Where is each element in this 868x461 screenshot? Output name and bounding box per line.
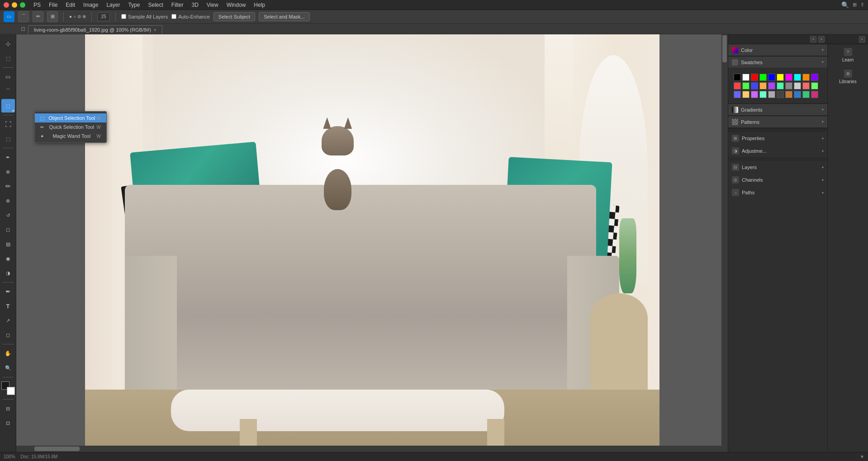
tool-crop[interactable]: ⛶ bbox=[1, 118, 15, 131]
maximize-button[interactable] bbox=[20, 2, 25, 8]
select-and-mask-button[interactable]: Select and Mask... bbox=[259, 12, 310, 21]
tool-move[interactable]: ⊹ bbox=[1, 37, 15, 51]
tab-close-icon[interactable]: × bbox=[154, 28, 157, 33]
document-tab[interactable]: living-room-gb85f90ba6_1920.jpg @ 100% (… bbox=[28, 25, 162, 34]
swatch-item[interactable] bbox=[794, 82, 801, 89]
swatch-item[interactable] bbox=[751, 74, 758, 81]
swatches-panel-header[interactable]: Swatches ▾ bbox=[728, 56, 827, 68]
menu-view[interactable]: View bbox=[203, 1, 222, 9]
tool-gradient[interactable]: ▤ bbox=[1, 237, 15, 251]
tool-artboard[interactable]: ⬚ bbox=[1, 52, 15, 65]
layers-panel-row[interactable]: ⊟ Layers ▾ bbox=[728, 161, 827, 174]
auto-enhance-checkbox[interactable]: Auto-Enhance bbox=[171, 14, 210, 19]
tool-object-select[interactable]: ⬚ bbox=[1, 99, 15, 113]
tool-lasso[interactable]: ⌒ bbox=[1, 85, 15, 98]
tool-history-brush[interactable]: ↺ bbox=[1, 208, 15, 222]
libraries-panel-row[interactable]: ⊞ Libraries bbox=[828, 66, 868, 88]
tool-pen[interactable]: ✒ bbox=[1, 285, 15, 298]
swatch-item[interactable] bbox=[785, 82, 792, 89]
swatch-item[interactable] bbox=[734, 91, 741, 98]
patterns-panel-header[interactable]: Patterns ▾ bbox=[728, 116, 827, 128]
tool-frame[interactable]: ⬚ bbox=[1, 132, 15, 146]
swatch-item[interactable] bbox=[734, 74, 741, 81]
adjustments-panel-row[interactable]: ◑ Adjustme... ▾ bbox=[728, 145, 827, 157]
collapse-right-btn[interactable]: » bbox=[818, 36, 825, 42]
canvas-area[interactable]: ⬚ Object Selection Tool W ✏ Quick Select… bbox=[16, 34, 728, 452]
tool-hand[interactable]: ✋ bbox=[1, 347, 15, 360]
swatch-item[interactable] bbox=[777, 82, 784, 89]
close-button[interactable] bbox=[4, 2, 9, 8]
minimize-button[interactable] bbox=[12, 2, 17, 8]
panels-toggle[interactable]: ⊡ bbox=[18, 24, 28, 34]
swatch-item[interactable] bbox=[802, 82, 810, 89]
tool-type[interactable]: T bbox=[1, 299, 15, 313]
tool-healing[interactable]: ⊕ bbox=[1, 165, 15, 179]
tool-btn-rect-select[interactable]: ▭ bbox=[4, 11, 14, 22]
color-panel-header[interactable]: Color ▾ bbox=[728, 44, 827, 56]
ctx-quick-selection[interactable]: ✏ Quick Selection Tool W bbox=[35, 122, 106, 132]
tool-clone[interactable]: ⊗ bbox=[1, 194, 15, 207]
menu-ps[interactable]: PS bbox=[30, 1, 44, 9]
background-color[interactable] bbox=[7, 387, 15, 395]
tool-btn-lasso[interactable]: ⌒ bbox=[18, 11, 29, 22]
menu-image[interactable]: Image bbox=[80, 1, 102, 9]
swatch-item[interactable] bbox=[742, 91, 749, 98]
tool-marquee[interactable]: ▭ bbox=[1, 70, 15, 84]
swatch-item[interactable] bbox=[751, 91, 758, 98]
swatch-item[interactable] bbox=[794, 91, 801, 98]
tool-shape[interactable]: ◻ bbox=[1, 328, 15, 342]
vertical-scrollbar[interactable] bbox=[721, 34, 728, 446]
workspace-switcher[interactable]: ⊞ bbox=[853, 2, 857, 8]
collapse-left-btn[interactable]: « bbox=[810, 36, 816, 42]
menu-help[interactable]: Help bbox=[250, 1, 269, 9]
swatch-item[interactable] bbox=[802, 74, 810, 81]
tool-btn-object-finder[interactable]: ⊞ bbox=[47, 11, 58, 22]
ctx-object-selection[interactable]: ⬚ Object Selection Tool W bbox=[35, 113, 106, 122]
tool-screen-mode[interactable]: ⊡ bbox=[1, 416, 15, 430]
swatch-item[interactable] bbox=[768, 82, 775, 89]
swatch-item[interactable] bbox=[794, 74, 801, 81]
swatch-item[interactable] bbox=[759, 82, 767, 89]
swatch-item[interactable] bbox=[742, 74, 749, 81]
swatch-item[interactable] bbox=[768, 91, 775, 98]
swatch-item[interactable] bbox=[759, 91, 767, 98]
scroll-thumb-horizontal[interactable] bbox=[34, 447, 80, 451]
swatch-item[interactable] bbox=[785, 74, 792, 81]
gradients-panel-header[interactable]: Gradients ▾ bbox=[728, 104, 827, 116]
paths-panel-row[interactable]: ⬦ Paths ▾ bbox=[728, 186, 827, 199]
learn-panel-row[interactable]: ? Learn bbox=[828, 44, 868, 66]
search-icon[interactable]: 🔍 bbox=[841, 1, 849, 9]
tool-quickmask[interactable]: ⊟ bbox=[1, 402, 15, 415]
menu-filter[interactable]: Filter bbox=[168, 1, 187, 9]
swatch-item[interactable] bbox=[777, 74, 784, 81]
tool-blur[interactable]: ◉ bbox=[1, 252, 15, 265]
scroll-thumb-vertical[interactable] bbox=[722, 35, 727, 62]
sample-all-layers-input[interactable] bbox=[121, 14, 126, 19]
swatch-item[interactable] bbox=[802, 91, 810, 98]
color-swatches[interactable] bbox=[1, 381, 15, 395]
share-button[interactable]: ⇪ bbox=[860, 2, 864, 8]
properties-panel-row[interactable]: ⊞ Properties ▾ bbox=[728, 132, 827, 145]
swatch-item[interactable] bbox=[742, 82, 749, 89]
auto-enhance-input[interactable] bbox=[171, 14, 176, 19]
swatch-item[interactable] bbox=[811, 74, 818, 81]
menu-layer[interactable]: Layer bbox=[103, 1, 123, 9]
tool-eyedropper[interactable]: ✒ bbox=[1, 151, 15, 164]
menu-select[interactable]: Select bbox=[144, 1, 166, 9]
tool-path-select[interactable]: ↗ bbox=[1, 314, 15, 327]
ctx-magic-wand[interactable]: ✦ Magic Wand Tool W bbox=[35, 132, 106, 141]
sub-collapse-btn[interactable]: « bbox=[859, 36, 865, 42]
swatch-item[interactable] bbox=[751, 82, 758, 89]
tool-eraser[interactable]: ◻ bbox=[1, 223, 15, 236]
select-subject-button[interactable]: Select Subject bbox=[213, 12, 255, 21]
channels-panel-row[interactable]: ◎ Channels ▾ bbox=[728, 174, 827, 186]
swatch-item[interactable] bbox=[734, 82, 741, 89]
menu-type[interactable]: Type bbox=[124, 1, 143, 9]
menu-3d[interactable]: 3D bbox=[188, 1, 202, 9]
swatch-item[interactable] bbox=[811, 91, 818, 98]
horizontal-scrollbar[interactable] bbox=[16, 446, 721, 452]
swatch-item[interactable] bbox=[777, 91, 784, 98]
sample-all-layers-checkbox[interactable]: Sample All Layers bbox=[121, 14, 168, 19]
swatch-item[interactable] bbox=[785, 91, 792, 98]
tool-btn-brush-select[interactable]: ✏ bbox=[33, 11, 43, 22]
